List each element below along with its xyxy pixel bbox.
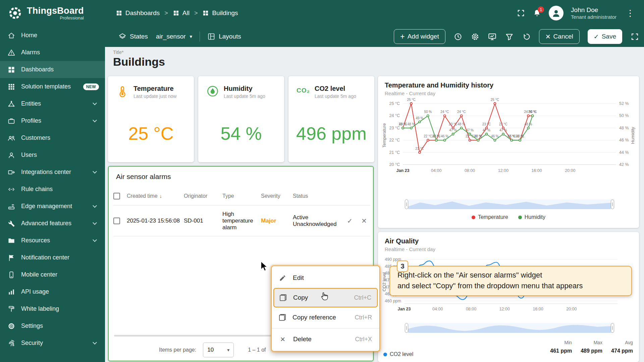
sidebar-item-integrations-center[interactable]: Integrations center: [0, 164, 105, 181]
sidebar-item-settings[interactable]: Settings: [0, 317, 105, 335]
legend-item-co2[interactable]: CO2 level: [383, 351, 413, 357]
air-quality-widget[interactable]: Air Quality Realtime - Current day CO2 l…: [378, 232, 639, 362]
sidebar-item-notification-center[interactable]: Notification center: [0, 249, 105, 266]
temperature-card-widget[interactable]: Temperature Last update just now 25 °C: [108, 76, 194, 162]
sidebar-item-security[interactable]: Security: [0, 335, 105, 352]
user-menu[interactable]: John Doe Tenant administrator: [571, 6, 616, 20]
range-handle-left[interactable]: [405, 199, 408, 209]
fingerprint-icon: [7, 339, 15, 347]
home-icon: [7, 32, 15, 40]
sidebar-item-label: Notification center: [21, 254, 69, 261]
entities-icon: [7, 100, 15, 108]
router-icon: [7, 202, 15, 210]
app-logo[interactable]: ThingsBoard Professional: [7, 5, 84, 21]
sidebar-item-profiles[interactable]: Profiles: [0, 112, 105, 129]
states-value: air_sensor: [156, 33, 186, 40]
range-handle-right[interactable]: [611, 199, 614, 209]
dashboards-icon: [173, 10, 179, 16]
sidebar-item-dashboards[interactable]: Dashboards: [0, 61, 105, 78]
dashboards-icon: [202, 10, 209, 16]
sidebar-item-label: Solution templates: [21, 83, 71, 90]
legend-item-temperature[interactable]: Temperature: [472, 214, 508, 220]
kebab-menu-icon[interactable]: ⋮: [624, 8, 637, 18]
avg-label: Avg: [611, 340, 633, 345]
timewindow-button[interactable]: [453, 32, 463, 41]
sidebar-item-mobile-center[interactable]: Mobile center: [0, 266, 105, 283]
sidebar-item-entities[interactable]: Entities: [0, 95, 105, 112]
temperature-humidity-history-widget[interactable]: Temperature and Humidity history Realtim…: [378, 76, 639, 228]
sidebar-item-advanced-features[interactable]: Advanced features: [0, 215, 105, 232]
breadcrumb-separator: >: [164, 10, 168, 17]
sidebar-item-white-labeling[interactable]: White labeling: [0, 300, 105, 317]
sidebar-item-label: Profiles: [21, 117, 41, 124]
breadcrumb-item-buildings[interactable]: Buildings: [202, 9, 238, 17]
sidebar-item-edge-management[interactable]: Edge management: [0, 198, 105, 215]
range-handle-left[interactable]: [405, 323, 408, 333]
sidebar-item-api-usage[interactable]: API usage: [0, 283, 105, 300]
breadcrumb-label: Buildings: [212, 9, 238, 17]
row-checkbox[interactable]: [113, 218, 120, 224]
svg-text:46 %: 46 %: [619, 138, 629, 142]
filters-button[interactable]: [505, 32, 514, 41]
select-all-checkbox[interactable]: [113, 193, 120, 199]
breadcrumb-separator: >: [194, 10, 198, 17]
svg-text:47 %: 47 %: [483, 128, 490, 132]
sidebar-item-customers[interactable]: Customers: [0, 129, 105, 146]
widget-title: Air sensor alarms: [116, 173, 171, 181]
header-fullscreen-button[interactable]: [517, 9, 525, 17]
svg-text:08:00: 08:00: [466, 307, 476, 311]
expand-dashboard-button[interactable]: [630, 32, 639, 41]
briefcase-icon: [7, 117, 15, 125]
co2-card-widget[interactable]: CO₂ CO2 level Last update 5m ago 496 ppm: [288, 76, 374, 162]
alarm-table-row[interactable]: 2025-01-23 15:56:08 SD-001 High temperat…: [113, 205, 370, 236]
history-icon: [522, 32, 531, 41]
cancel-button[interactable]: ✕ Cancel: [539, 29, 580, 44]
breadcrumb-item-dashboards[interactable]: Dashboards: [116, 9, 160, 17]
states-selector[interactable]: States air_sensor ▾: [118, 33, 192, 41]
svg-text:46 %: 46 %: [474, 134, 482, 138]
column-header-status[interactable]: Status: [293, 193, 343, 199]
sidebar-item-rule-chains[interactable]: Rule chains: [0, 181, 105, 198]
version-history-button[interactable]: [522, 32, 531, 41]
save-button[interactable]: ✓ Save: [588, 29, 622, 44]
notifications-button[interactable]: 1: [533, 9, 541, 17]
menu-item-edit[interactable]: Edit: [272, 268, 379, 288]
sidebar-item-home[interactable]: Home: [0, 27, 105, 44]
time-range-selector[interactable]: [405, 323, 614, 333]
max-value: 489 ppm: [581, 348, 602, 354]
dashboard-settings-button[interactable]: [471, 32, 480, 41]
menu-item-delete[interactable]: ✕ Delete Ctrl+X: [272, 329, 379, 349]
breadcrumb-item-all[interactable]: All: [173, 9, 190, 17]
app-header: ThingsBoard Professional Dashboards > Al…: [0, 0, 644, 26]
menu-item-copy-reference[interactable]: Copy reference Ctrl+R: [272, 307, 379, 327]
pagination-range: 1 – 1 of: [248, 347, 266, 353]
sidebar-item-label: Integrations center: [21, 169, 71, 176]
range-handle-right[interactable]: [611, 323, 614, 333]
acknowledge-icon[interactable]: ✓: [343, 217, 357, 225]
column-header-originator[interactable]: Originator: [184, 193, 222, 199]
clear-alarm-icon[interactable]: ✕: [357, 217, 372, 225]
chevron-down-icon: [93, 340, 97, 345]
sidebar-item-users[interactable]: Users: [0, 146, 105, 164]
menu-item-copy[interactable]: Copy Ctrl+C: [273, 288, 378, 307]
humidity-card-widget[interactable]: Humidity Last update 5m ago 54 %: [198, 76, 284, 162]
column-header-type[interactable]: Type: [222, 193, 261, 199]
column-header-created-time[interactable]: Created time↓: [127, 193, 184, 199]
sidebar-item-alarms[interactable]: Alarms: [0, 44, 105, 61]
check-icon: ✓: [594, 33, 599, 41]
add-widget-button[interactable]: + Add widget: [394, 29, 445, 44]
sidebar-item-label: API usage: [21, 288, 49, 295]
thingsboard-logo-icon: [7, 5, 23, 21]
avatar[interactable]: [549, 6, 564, 20]
page-title[interactable]: Buildings: [113, 55, 165, 68]
time-range-selector[interactable]: [405, 199, 614, 209]
sidebar-item-resources[interactable]: Resources: [0, 232, 105, 249]
items-per-page-select[interactable]: 10 ▾: [203, 343, 234, 357]
humidity-value: 54 %: [198, 123, 284, 144]
column-header-severity[interactable]: Severity: [261, 193, 293, 199]
layouts-button[interactable]: Layouts: [207, 33, 241, 41]
legend-item-humidity[interactable]: Humidity: [518, 214, 545, 220]
entity-aliases-button[interactable]: [488, 32, 497, 41]
wrench-icon: [7, 220, 15, 228]
sidebar-item-solution-templates[interactable]: Solution templates NEW: [0, 78, 105, 95]
